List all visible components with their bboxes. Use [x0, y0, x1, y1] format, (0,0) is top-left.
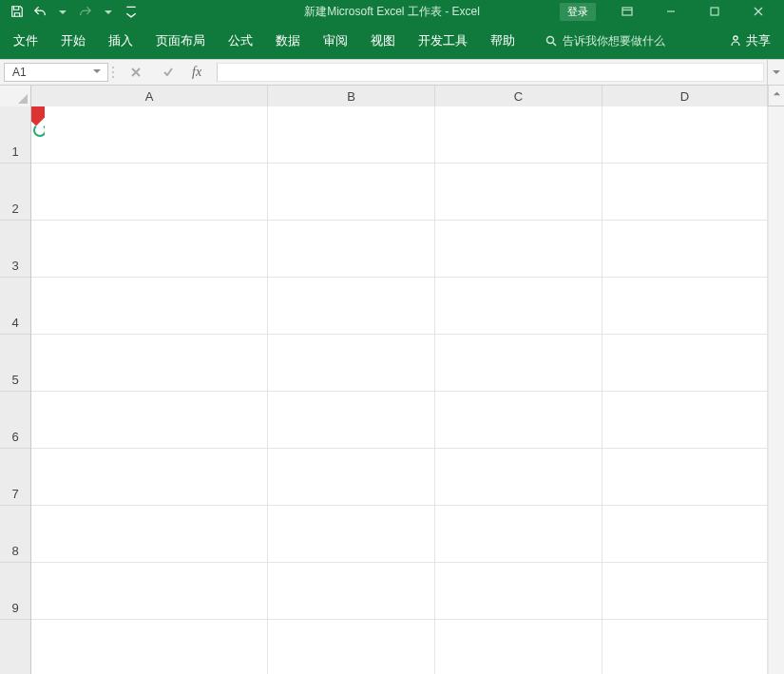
cell[interactable]: [602, 278, 768, 334]
cell[interactable]: [268, 563, 435, 619]
cell[interactable]: [268, 392, 435, 448]
svg-line-7: [553, 43, 556, 46]
tab-file[interactable]: 文件: [13, 32, 38, 49]
ribbon-tabs: 文件 开始 插入 页面布局 公式 数据 审阅 视图 开发工具 帮助 告诉我你想要…: [0, 23, 784, 59]
cell[interactable]: [602, 449, 768, 505]
cell[interactable]: [31, 506, 268, 562]
cell[interactable]: [435, 335, 602, 391]
cell[interactable]: [435, 278, 602, 334]
cell[interactable]: [31, 335, 268, 391]
cell[interactable]: [435, 506, 602, 562]
share-button[interactable]: 共享: [729, 32, 771, 49]
tab-help[interactable]: 帮助: [490, 32, 515, 49]
scroll-up-icon[interactable]: [768, 86, 784, 106]
select-all-cell[interactable]: [0, 86, 31, 106]
close-icon[interactable]: [736, 0, 780, 23]
row-header-3[interactable]: 3: [0, 221, 30, 278]
cell[interactable]: [31, 392, 268, 448]
cell[interactable]: [602, 221, 768, 277]
name-box[interactable]: [4, 63, 108, 82]
cell[interactable]: [31, 563, 268, 619]
svg-rect-0: [622, 8, 632, 15]
quick-access-toolbar: [0, 2, 141, 21]
redo-icon[interactable]: [76, 2, 95, 21]
cell[interactable]: [602, 563, 768, 619]
cell[interactable]: [435, 221, 602, 277]
cell[interactable]: [31, 106, 268, 163]
customize-qat-icon[interactable]: [122, 2, 141, 21]
tab-view[interactable]: 视图: [371, 32, 395, 49]
maximize-icon[interactable]: [693, 0, 736, 23]
cell[interactable]: [602, 164, 768, 220]
redo-dropdown-icon[interactable]: [99, 2, 118, 21]
tab-home[interactable]: 开始: [61, 32, 86, 49]
column-header-a[interactable]: A: [31, 86, 268, 106]
separator-dots: [108, 60, 118, 85]
tab-formulas[interactable]: 公式: [228, 32, 253, 49]
formula-bar: fx: [0, 59, 784, 86]
login-button[interactable]: 登录: [560, 3, 596, 21]
cell[interactable]: [435, 392, 602, 448]
tell-me-label: 告诉我你想要做什么: [563, 33, 665, 49]
row-header-8[interactable]: 8: [0, 506, 30, 563]
enter-formula-icon[interactable]: [160, 67, 177, 78]
cell[interactable]: [31, 620, 268, 674]
cell[interactable]: [268, 449, 435, 505]
row-header-7[interactable]: 7: [0, 449, 30, 506]
cell[interactable]: [268, 335, 435, 391]
tab-review[interactable]: 审阅: [323, 32, 348, 49]
cell[interactable]: [602, 392, 768, 448]
ribbon-display-options-icon[interactable]: [605, 0, 649, 23]
row-header-5[interactable]: 5: [0, 335, 30, 392]
undo-dropdown-icon[interactable]: [53, 2, 72, 21]
cell-grid: [31, 106, 768, 674]
cell[interactable]: [435, 563, 602, 619]
row-header-1[interactable]: 1: [0, 106, 30, 164]
cell[interactable]: [31, 278, 268, 334]
cell[interactable]: [268, 278, 435, 334]
insert-function-icon[interactable]: fx: [192, 65, 201, 80]
cell[interactable]: [268, 620, 435, 674]
name-box-input[interactable]: [10, 65, 77, 80]
row-header-4[interactable]: 4: [0, 278, 30, 335]
cell[interactable]: [268, 221, 435, 277]
row-header-9[interactable]: 9: [0, 563, 30, 620]
cell[interactable]: [268, 506, 435, 562]
svg-point-8: [734, 36, 737, 40]
tab-devtools[interactable]: 开发工具: [418, 32, 468, 49]
column-header-c[interactable]: C: [435, 86, 602, 106]
cancel-formula-icon[interactable]: [127, 67, 144, 78]
expand-formula-bar-icon[interactable]: [767, 60, 784, 85]
cell[interactable]: [602, 506, 768, 562]
column-header-b[interactable]: B: [268, 86, 435, 106]
cell[interactable]: [602, 620, 768, 674]
row-headers: 1 2 3 4 5 6 7 8 9: [0, 106, 31, 674]
cell[interactable]: [268, 106, 435, 163]
save-icon[interactable]: [8, 2, 27, 21]
cell[interactable]: [602, 335, 768, 391]
cell[interactable]: [268, 164, 435, 220]
formula-input[interactable]: [217, 63, 764, 82]
tab-layout[interactable]: 页面布局: [156, 32, 205, 49]
row-header-2[interactable]: 2: [0, 164, 30, 221]
cell[interactable]: [602, 106, 768, 163]
vertical-scrollbar[interactable]: [768, 106, 784, 674]
row-header-6[interactable]: 6: [0, 392, 30, 449]
cell[interactable]: [31, 164, 268, 220]
spreadsheet-grid: A B C D 1 2 3 4 5 6 7 8 9: [0, 86, 784, 674]
column-header-d[interactable]: D: [602, 86, 768, 106]
cell[interactable]: [435, 106, 602, 163]
undo-icon[interactable]: [30, 2, 49, 21]
title-bar: 新建Microsoft Excel 工作表 - Excel 登录: [0, 0, 784, 23]
cell[interactable]: [31, 449, 268, 505]
cell[interactable]: [435, 620, 602, 674]
tab-data[interactable]: 数据: [276, 32, 300, 49]
tell-me-search[interactable]: 告诉我你想要做什么: [545, 33, 665, 49]
svg-rect-3: [711, 8, 718, 15]
cell[interactable]: [435, 164, 602, 220]
cell[interactable]: [435, 449, 602, 505]
minimize-icon[interactable]: [649, 0, 693, 23]
cell[interactable]: [31, 221, 268, 277]
tab-insert[interactable]: 插入: [108, 32, 133, 49]
name-box-dropdown-icon[interactable]: [92, 66, 102, 79]
